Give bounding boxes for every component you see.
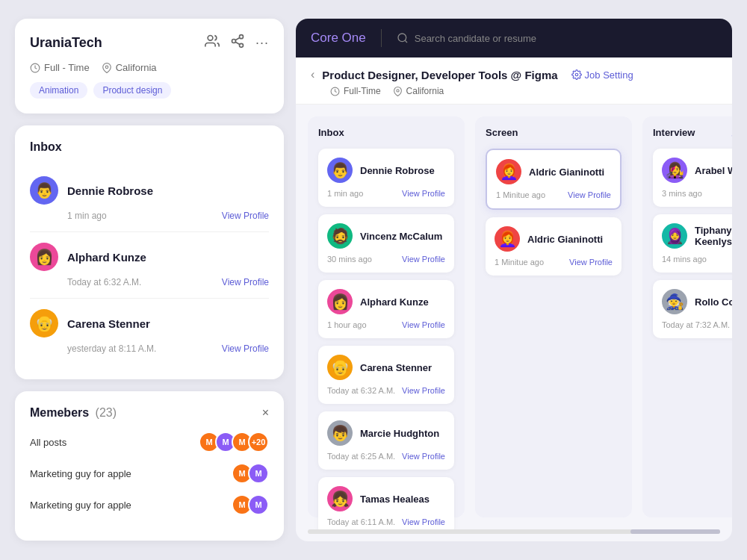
kanban-card: 👩‍🎤 Arabel Woodhams 3 mins ago View Prof… [653,149,732,207]
tag-animation: Animation [30,82,87,99]
scrollbar-thumb[interactable] [630,529,720,534]
avatar: 🧙 [662,289,687,314]
member-row: All posts M M M +20 [30,432,269,452]
avatar: 👨 [30,176,58,205]
main-panel: Core One Search candidate or resume ‹ Pr… [296,19,732,541]
inbox-item-name: Dennie Robrose [67,184,153,197]
kanban-board: Inbox 👨 Dennie Robrose 1 min ago View Pr… [296,105,732,529]
inbox-item: 👩 Alphard Kunze Today at 6:32 A.M. View … [30,232,269,299]
company-card: UraniaTech ··· [15,19,284,113]
back-button[interactable]: ‹ [311,68,314,81]
kanban-card: 🧙 Rollo Conyer Today at 7:32 A.M. View P… [653,280,732,338]
avatar: 👩‍🦰 [495,226,520,252]
location: California [102,62,157,73]
avatar-stack: M M M +20 [199,432,269,452]
svg-point-3 [239,43,243,47]
kanban-card: 👴 Carena Stenner Today at 6:32 A.M. View… [318,346,454,404]
avatar: 👩‍🦰 [496,159,521,184]
svg-line-5 [235,37,240,40]
search-icon [397,32,409,44]
view-profile-link[interactable]: View Profile [222,211,269,221]
kanban-card: 👨 Dennie Robrose 1 min ago View Profile [318,149,454,207]
kanban-card: 🧕 Tiphany Keenlyside 14 mins ago View Pr… [653,214,732,273]
kanban-card: 👧 Tamas Healeas Today at 6:11 A.M. View … [318,477,454,529]
job-title: Product Designer, Developer Tools @ Figm… [322,69,557,81]
view-profile-link[interactable]: View Profile [222,277,269,287]
view-profile-link[interactable]: View Profile [222,343,269,354]
left-sidebar: UraniaTech ··· [15,19,284,541]
job-location: California [393,86,444,96]
share-icon[interactable] [230,34,245,52]
svg-point-7 [105,66,108,69]
avatar: 👩 [30,243,58,271]
scrollbar-track[interactable] [308,529,720,534]
job-setting-link[interactable]: Job Setting [571,69,633,81]
inbox-item: 👨 Dennie Robrose 1 min ago View Profile [30,166,269,232]
search-bar[interactable]: Search candidate or resume [397,32,717,44]
kanban-column-inbox: Inbox 👨 Dennie Robrose 1 min ago View Pr… [308,116,465,517]
avatar: 👩 [327,289,353,314]
search-placeholder: Search candidate or resume [415,33,536,44]
avatar: 👨 [327,158,353,183]
kanban-card-highlighted: 👩‍🦰 Aldric Gianinotti 1 Minitue ago View… [486,149,622,210]
job-bar: ‹ Product Designer, Developer Tools @ Fi… [296,57,732,105]
job-meta: Full-Time California [311,86,717,96]
settings-icon [571,69,582,80]
svg-point-8 [398,34,406,42]
inbox-time: yesterday at 8:11 A.M. [67,343,156,354]
inbox-title: Inbox [30,140,269,154]
avatar-stack: M M [232,463,269,484]
kanban-card: 👦 Marcie Hudghton Today at 6:25 A.M. Vie… [318,411,454,470]
kanban-card: 👩 Alphard Kunze 1 hour ago View Profile [318,280,454,338]
avatar: 👧 [327,486,353,511]
avatar-mini: M [248,463,269,484]
company-tags: Animation Product design [30,82,269,99]
inbox-item: 👴 Carena Stenner yesterday at 8:11 A.M. … [30,299,269,364]
company-actions: ··· [205,34,269,52]
member-row: Marketing guy for apple M M [30,463,269,484]
svg-point-10 [575,73,578,76]
kanban-column-screen: Screen 👩‍🦰 Aldric Gianinotti 1 Minitue a… [475,116,632,517]
avatar: 👦 [327,420,353,446]
inbox-time: 1 min ago [67,211,107,221]
avatar: 👴 [327,355,353,380]
svg-point-1 [239,35,243,39]
svg-point-12 [396,89,398,91]
avatar-more: +20 [248,432,269,452]
company-meta: Full - Time California [30,62,269,73]
members-card: Memebers (23) × All posts M M M +20 Mark… [15,391,284,541]
member-row: Marketing guy for apple M M [30,494,269,515]
svg-point-0 [208,36,213,41]
header-divider [381,29,382,47]
job-employment-type: Full-Time [330,86,381,96]
inbox-list: 👨 Dennie Robrose 1 min ago View Profile … [30,166,269,364]
avatar: 👩‍🎤 [662,158,687,183]
close-button[interactable]: × [262,406,269,420]
company-name: UraniaTech [30,35,102,51]
kanban-column-interview: Interview Snyce calend 👩‍🎤 Arabel Woodha… [642,116,732,517]
inbox-time: Today at 6:32 A.M. [67,277,141,287]
inbox-card: Inbox 👨 Dennie Robrose 1 min ago View Pr… [15,125,284,379]
main-header: Core One Search candidate or resume [296,19,732,57]
members-list: All posts M M M +20 Marketing guy for ap… [30,432,269,515]
avatar: 🧕 [662,223,687,249]
avatar: 👴 [30,309,58,337]
more-icon[interactable]: ··· [255,35,269,51]
members-title: Memebers (23) [30,406,117,420]
inbox-item-name: Alphard Kunze [67,251,146,264]
kanban-card: 🧔 Vincenz McCalum 30 mins ago View Profi… [318,214,454,273]
avatar-mini: M [248,494,269,515]
inbox-item-name: Carena Stenner [67,317,150,330]
avatar-stack: M M [232,494,269,515]
avatar: 🧔 [327,223,353,249]
tag-product-design: Product design [93,82,171,99]
brand-logo: Core One [311,31,366,46]
svg-line-4 [235,42,240,44]
svg-point-2 [232,40,235,43]
people-icon[interactable] [205,34,220,52]
employment-type: Full - Time [30,62,90,73]
svg-line-9 [405,40,407,43]
kanban-card: 👩‍🦰 Aldric Gianinotti 1 Minitue ago View… [486,217,622,276]
